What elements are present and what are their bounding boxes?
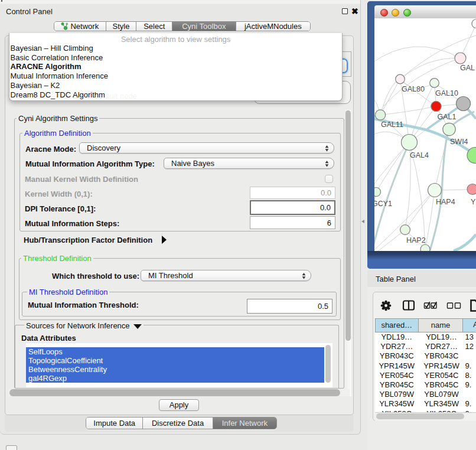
svg-text:GAL: GAL	[460, 64, 475, 72]
svg-text:GCY1: GCY1	[374, 200, 392, 208]
svg-text:GAL4: GAL4	[410, 151, 429, 159]
svg-text:GAL10: GAL10	[435, 89, 458, 97]
svg-text:Y: Y	[471, 198, 476, 206]
svg-text:GAL1: GAL1	[438, 113, 457, 121]
svg-text:SWI4: SWI4	[450, 138, 468, 146]
svg-text:GAL11: GAL11	[381, 120, 403, 129]
svg-text:HAP4: HAP4	[436, 198, 455, 206]
svg-text:HAP2: HAP2	[406, 236, 426, 244]
svg-text:GAL80: GAL80	[402, 85, 425, 93]
